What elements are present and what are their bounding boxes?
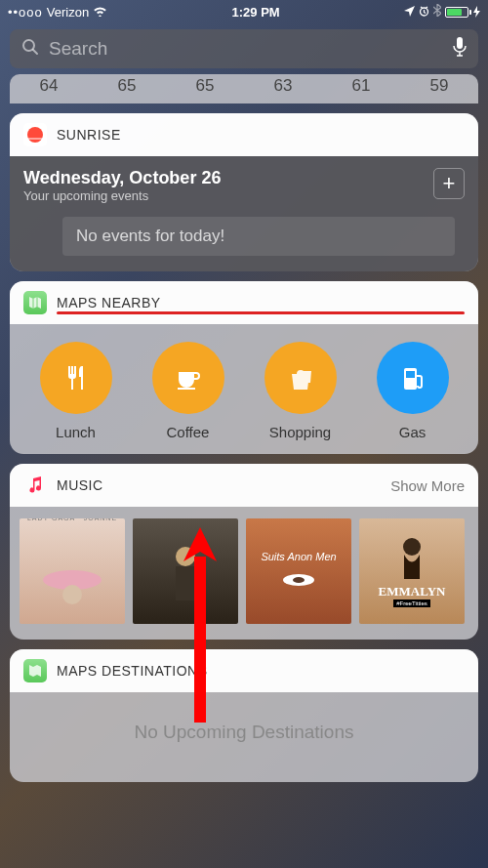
status-bar: ••ooo Verizon 1:29 PM (0, 0, 488, 23)
widget-header: MAPS DESTINATIONS (10, 649, 478, 692)
gas-icon (377, 342, 449, 414)
svg-point-7 (62, 585, 82, 604)
svg-point-3 (27, 127, 43, 143)
signal-dots: ••ooo (8, 5, 43, 20)
carrier-label: Verizon (47, 5, 89, 20)
clock: 1:29 PM (232, 5, 280, 20)
svg-point-12 (403, 538, 421, 556)
widget-title: MUSIC (57, 477, 381, 493)
sunrise-subtitle: Your upcoming events (23, 188, 465, 203)
add-event-button[interactable]: + (433, 168, 465, 199)
maps-nearby-widget[interactable]: MAPS NEARBY Lunch Coffee Shopping Gas (10, 281, 478, 454)
search-bar[interactable]: Search (10, 29, 478, 68)
bluetooth-icon (433, 4, 441, 20)
no-events-message: No events for today! (62, 217, 455, 256)
maps-nearby-lunch[interactable]: Lunch (32, 342, 120, 440)
maps-app-icon (23, 659, 47, 682)
no-destinations-message: No Upcoming Destinations (10, 692, 478, 782)
svg-rect-2 (457, 37, 463, 49)
shopping-icon (264, 342, 337, 414)
lunch-icon (40, 342, 112, 414)
sunrise-date: Wednesday, October 26 (23, 168, 465, 188)
search-icon (21, 38, 39, 60)
svg-rect-5 (406, 371, 415, 378)
microphone-icon[interactable] (453, 36, 467, 62)
widget-header: MUSIC Show More (10, 464, 478, 507)
widget-title: MAPS DESTINATIONS (57, 663, 465, 679)
svg-point-11 (293, 577, 305, 583)
widget-header: SUNRISE (10, 113, 478, 156)
maps-app-icon (23, 291, 47, 314)
album-item[interactable]: LADY GAGA · JOANNE (20, 518, 125, 624)
maps-nearby-shopping[interactable]: Shopping (257, 342, 345, 440)
widget-title: SUNRISE (57, 127, 465, 143)
svg-point-8 (176, 547, 195, 566)
album-item[interactable]: EMMALYN #FreeTitties (359, 518, 465, 624)
widget-title: MAPS NEARBY (57, 295, 465, 310)
maps-nearby-gas[interactable]: Gas (369, 342, 457, 440)
maps-destinations-widget[interactable]: MAPS DESTINATIONS No Upcoming Destinatio… (10, 649, 478, 782)
album-item[interactable]: Suits Anon Men (246, 518, 351, 624)
battery-icon (445, 6, 480, 18)
location-icon (404, 5, 415, 20)
coffee-icon (152, 342, 224, 414)
wifi-icon (93, 5, 107, 20)
sunrise-widget[interactable]: SUNRISE Wednesday, October 26 Your upcom… (10, 113, 478, 271)
sunrise-app-icon (23, 123, 47, 146)
widget-header: MAPS NEARBY (10, 281, 478, 324)
alarm-icon (419, 5, 429, 20)
maps-nearby-coffee[interactable]: Coffee (144, 342, 232, 440)
search-placeholder: Search (49, 38, 443, 60)
music-widget[interactable]: MUSIC Show More LADY GAGA · JOANNE Suits… (10, 464, 478, 640)
album-item[interactable] (133, 518, 238, 624)
svg-rect-9 (176, 566, 195, 600)
music-app-icon (23, 474, 47, 497)
weather-hourly-peek: 64 65 65 63 61 59 (10, 74, 478, 103)
show-more-button[interactable]: Show More (390, 477, 465, 494)
